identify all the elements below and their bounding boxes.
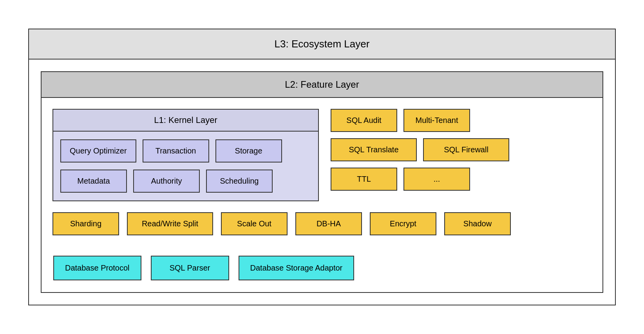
l1-label: L1: Kernel Layer [154, 115, 217, 125]
feature-encrypt: Encrypt [370, 212, 436, 235]
l2-body: L1: Kernel Layer Query Optimizer Transac… [42, 98, 602, 246]
feature-ttl: TTL [331, 168, 397, 191]
feature-dots: ... [403, 168, 470, 191]
diagram-wrapper: L3: Ecosystem Layer L2: Feature Layer L1… [28, 29, 616, 305]
feature-read-write-split: Read/Write Split [127, 212, 213, 235]
l1-container: L1: Kernel Layer Query Optimizer Transac… [52, 109, 319, 201]
l1-body: Query Optimizer Transaction Storage [53, 132, 318, 200]
feature-sharding: Sharding [52, 212, 119, 235]
feature-multi-tenant: Multi-Tenant [403, 109, 470, 132]
kernel-transaction: Transaction [143, 139, 209, 162]
l2-label: L2: Feature Layer [285, 79, 359, 90]
l1-row-2: Metadata Authority Scheduling [60, 170, 311, 193]
bottom-row: Sharding Read/Write Split Scale Out DB-H… [52, 212, 592, 235]
l3-label: L3: Ecosystem Layer [275, 38, 370, 50]
kernel-metadata: Metadata [60, 170, 127, 193]
l3-body: L2: Feature Layer L1: Kernel Layer [29, 60, 615, 305]
l2-container: L2: Feature Layer L1: Kernel Layer [41, 71, 603, 293]
l1-row-1: Query Optimizer Transaction Storage [60, 139, 311, 162]
kernel-query-optimizer: Query Optimizer [60, 139, 136, 162]
cyan-row: Database Protocol SQL Parser Database St… [42, 246, 602, 292]
l3-header: L3: Ecosystem Layer [29, 29, 615, 60]
cyan-database-storage-adaptor: Database Storage Adaptor [239, 256, 355, 280]
l2-header: L2: Feature Layer [42, 72, 602, 98]
feature-sql-audit: SQL Audit [331, 109, 397, 132]
right-row-2: SQL Translate SQL Firewall [331, 138, 592, 161]
kernel-storage: Storage [215, 139, 282, 162]
feature-db-ha: DB-HA [295, 212, 362, 235]
right-features: SQL Audit Multi-Tenant SQL Translate [331, 109, 592, 191]
cyan-sql-parser: SQL Parser [151, 256, 229, 280]
feature-sql-translate: SQL Translate [331, 138, 417, 161]
kernel-scheduling: Scheduling [206, 170, 273, 193]
right-row-3: TTL ... [331, 168, 592, 191]
kernel-authority: Authority [133, 170, 200, 193]
cyan-database-protocol: Database Protocol [53, 256, 141, 280]
feature-sql-firewall: SQL Firewall [423, 138, 509, 161]
right-row-1: SQL Audit Multi-Tenant [331, 109, 592, 132]
feature-shadow: Shadow [444, 212, 511, 235]
feature-scale-out: Scale Out [221, 212, 288, 235]
l2-main-row: L1: Kernel Layer Query Optimizer Transac… [52, 109, 592, 201]
l1-header: L1: Kernel Layer [53, 110, 318, 132]
